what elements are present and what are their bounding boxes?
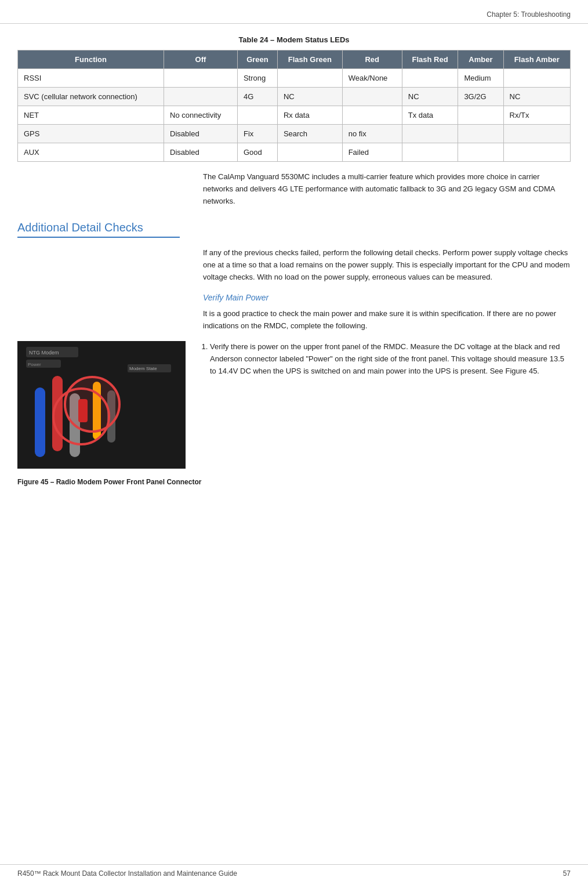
table-cell: Fix [237, 125, 277, 143]
table-cell [402, 143, 458, 162]
chapter-title: Chapter 5: Troubleshooting [487, 10, 571, 19]
col-green: Green [237, 50, 277, 69]
additional-detail-heading: Additional Detail Checks [17, 221, 571, 234]
table-cell [402, 125, 458, 143]
page-header: Chapter 5: Troubleshooting [0, 0, 588, 24]
table-row: AUXDisabledGoodFailed [18, 143, 571, 162]
table-cell [503, 69, 570, 88]
table-cell: No connectivity [164, 106, 238, 125]
figure-image: NTG Modem Power Modem State [17, 341, 186, 469]
intro-paragraph: If any of the previous checks failed, pe… [17, 247, 571, 283]
col-function: Function [18, 50, 164, 69]
table-cell: GPS [18, 125, 164, 143]
steps-list: Verify there is power on the upper front… [199, 341, 571, 377]
table-cell: 3G/2G [458, 88, 503, 106]
table-cell: SVC (cellular network connection) [18, 88, 164, 106]
table-cell [164, 88, 238, 106]
table-cell [458, 143, 503, 162]
svg-text:Power: Power [28, 362, 41, 367]
footer-left: R450™ Rack Mount Data Collector Installa… [17, 869, 237, 878]
table-cell: Medium [458, 69, 503, 88]
col-flash-amber: Flash Amber [503, 50, 570, 69]
table-cell: Strong [237, 69, 277, 88]
table-row: GPSDisabledFixSearchno fix [18, 125, 571, 143]
table-cell: Search [277, 125, 342, 143]
table-cell [402, 69, 458, 88]
figure-caption: Figure 45 – Radio Modem Power Front Pane… [17, 478, 571, 486]
table-cell [342, 106, 402, 125]
table-row: SVC (cellular network connection)4GNCNC3… [18, 88, 571, 106]
table-cell: Disabled [164, 143, 238, 162]
image-svg: NTG Modem Power Modem State [17, 341, 186, 469]
table-cell: Disabled [164, 125, 238, 143]
table-cell [458, 106, 503, 125]
section-divider [17, 237, 180, 238]
svg-rect-5 [107, 390, 115, 443]
table-row: NETNo connectivityRx dataTx dataRx/Tx [18, 106, 571, 125]
svg-rect-3 [70, 393, 80, 457]
svg-text:NTG Modem: NTG Modem [29, 350, 59, 356]
col-off: Off [164, 50, 238, 69]
figure-section: NTG Modem Power Modem State Verify there… [17, 341, 571, 469]
page-footer: R450™ Rack Mount Data Collector Installa… [0, 864, 588, 878]
table-cell: Good [237, 143, 277, 162]
table-row: RSSIStrongWeak/NoneMedium [18, 69, 571, 88]
col-red: Red [342, 50, 402, 69]
table-cell [458, 125, 503, 143]
step-1: Verify there is power on the upper front… [210, 341, 571, 377]
table-cell: Rx data [277, 106, 342, 125]
col-flash-red: Flash Red [402, 50, 458, 69]
table-cell: NET [18, 106, 164, 125]
verify-main-power-heading: Verify Main Power [17, 293, 571, 302]
svg-rect-11 [78, 399, 88, 422]
table-cell: NC [503, 88, 570, 106]
table-cell [503, 125, 570, 143]
table-note: The CalAmp Vanguard 5530MC includes a mu… [17, 171, 571, 207]
table-cell [164, 69, 238, 88]
table-cell: NC [277, 88, 342, 106]
table-cell [503, 143, 570, 162]
subtext-paragraph: It is a good practice to check the main … [17, 308, 571, 332]
image-simulation: NTG Modem Power Modem State [17, 341, 186, 469]
table-cell [342, 88, 402, 106]
table-cell: Weak/None [342, 69, 402, 88]
table-cell: NC [402, 88, 458, 106]
table-cell: Rx/Tx [503, 106, 570, 125]
led-status-table: Function Off Green Flash Green Red Flash… [17, 50, 571, 162]
svg-text:Modem State: Modem State [129, 366, 157, 371]
table-cell [237, 106, 277, 125]
table-cell: no fix [342, 125, 402, 143]
table-cell [277, 69, 342, 88]
page-content: Table 24 – Modem Status LEDs Function Of… [0, 24, 588, 532]
table-title: Table 24 – Modem Status LEDs [17, 35, 571, 44]
table-cell: Failed [342, 143, 402, 162]
col-amber: Amber [458, 50, 503, 69]
table-cell: AUX [18, 143, 164, 162]
svg-rect-4 [93, 382, 101, 440]
table-cell: RSSI [18, 69, 164, 88]
table-cell [277, 143, 342, 162]
footer-right: 57 [563, 869, 571, 878]
table-cell: 4G [237, 88, 277, 106]
table-cell: Tx data [402, 106, 458, 125]
col-flash-green: Flash Green [277, 50, 342, 69]
figure-text: Verify there is power on the upper front… [199, 341, 571, 469]
svg-rect-1 [35, 387, 45, 457]
